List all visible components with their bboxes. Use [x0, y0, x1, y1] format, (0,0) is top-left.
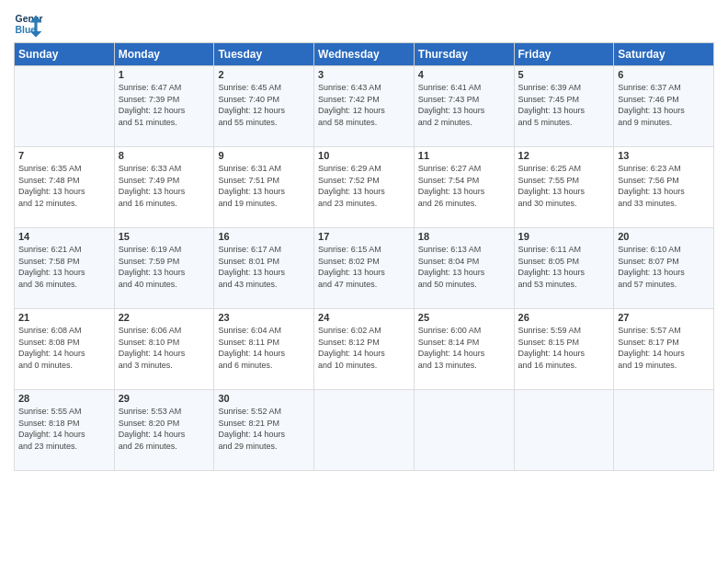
day-content: Sunrise: 6:21 AM Sunset: 7:58 PM Dayligh… — [18, 244, 110, 290]
day-number: 23 — [218, 312, 310, 323]
day-content: Sunrise: 6:25 AM Sunset: 7:55 PM Dayligh… — [518, 163, 610, 209]
day-number: 15 — [119, 231, 210, 242]
calendar-cell: 10Sunrise: 6:29 AM Sunset: 7:52 PM Dayli… — [314, 147, 415, 228]
day-content: Sunrise: 6:17 AM Sunset: 8:01 PM Dayligh… — [218, 244, 310, 290]
day-number: 22 — [119, 312, 210, 323]
day-content: Sunrise: 6:04 AM Sunset: 8:11 PM Dayligh… — [218, 325, 310, 371]
calendar-cell: 6Sunrise: 6:37 AM Sunset: 7:46 PM Daylig… — [614, 66, 714, 147]
day-number: 14 — [18, 231, 110, 242]
day-number: 1 — [119, 69, 210, 80]
day-content: Sunrise: 6:00 AM Sunset: 8:14 PM Dayligh… — [418, 325, 510, 371]
calendar-cell: 8Sunrise: 6:33 AM Sunset: 7:49 PM Daylig… — [114, 147, 214, 228]
calendar-cell: 1Sunrise: 6:47 AM Sunset: 7:39 PM Daylig… — [114, 66, 214, 147]
week-row-5: 28Sunrise: 5:55 AM Sunset: 8:18 PM Dayli… — [15, 390, 714, 471]
calendar-cell: 3Sunrise: 6:43 AM Sunset: 7:42 PM Daylig… — [314, 66, 415, 147]
day-number: 10 — [318, 150, 410, 161]
day-number: 16 — [218, 231, 310, 242]
day-number: 8 — [119, 150, 210, 161]
calendar-cell: 2Sunrise: 6:45 AM Sunset: 7:40 PM Daylig… — [214, 66, 314, 147]
day-number: 30 — [218, 393, 310, 404]
weekday-header-friday: Friday — [514, 43, 614, 66]
weekday-header-monday: Monday — [114, 43, 214, 66]
day-content: Sunrise: 5:55 AM Sunset: 8:18 PM Dayligh… — [18, 406, 110, 452]
day-content: Sunrise: 6:33 AM Sunset: 7:49 PM Dayligh… — [119, 163, 210, 209]
weekday-header-wednesday: Wednesday — [314, 43, 415, 66]
calendar-cell: 29Sunrise: 5:53 AM Sunset: 8:20 PM Dayli… — [114, 390, 214, 471]
calendar-table: SundayMondayTuesdayWednesdayThursdayFrid… — [14, 42, 714, 471]
day-number: 21 — [18, 312, 110, 323]
day-number: 4 — [418, 69, 510, 80]
calendar-cell: 27Sunrise: 5:57 AM Sunset: 8:17 PM Dayli… — [614, 309, 714, 390]
calendar-cell: 13Sunrise: 6:23 AM Sunset: 7:56 PM Dayli… — [614, 147, 714, 228]
weekday-header-sunday: Sunday — [15, 43, 115, 66]
day-number: 19 — [518, 231, 610, 242]
week-row-1: 1Sunrise: 6:47 AM Sunset: 7:39 PM Daylig… — [15, 66, 714, 147]
day-content: Sunrise: 6:13 AM Sunset: 8:04 PM Dayligh… — [418, 244, 510, 290]
day-content: Sunrise: 6:35 AM Sunset: 7:48 PM Dayligh… — [18, 163, 110, 209]
calendar-cell: 14Sunrise: 6:21 AM Sunset: 7:58 PM Dayli… — [15, 228, 115, 309]
calendar-cell: 16Sunrise: 6:17 AM Sunset: 8:01 PM Dayli… — [214, 228, 314, 309]
calendar-cell — [15, 66, 115, 147]
day-content: Sunrise: 6:37 AM Sunset: 7:46 PM Dayligh… — [618, 82, 710, 128]
day-content: Sunrise: 6:41 AM Sunset: 7:43 PM Dayligh… — [418, 82, 510, 128]
day-number: 25 — [418, 312, 510, 323]
page-container: General Blue SundayMondayTuesdayWednesda… — [0, 0, 728, 480]
calendar-cell: 30Sunrise: 5:52 AM Sunset: 8:21 PM Dayli… — [214, 390, 314, 471]
day-number: 28 — [18, 393, 110, 404]
day-content: Sunrise: 6:11 AM Sunset: 8:05 PM Dayligh… — [518, 244, 610, 290]
calendar-cell: 12Sunrise: 6:25 AM Sunset: 7:55 PM Dayli… — [514, 147, 614, 228]
day-content: Sunrise: 6:27 AM Sunset: 7:54 PM Dayligh… — [418, 163, 510, 209]
calendar-cell: 15Sunrise: 6:19 AM Sunset: 7:59 PM Dayli… — [114, 228, 214, 309]
header: General Blue — [14, 9, 714, 39]
day-number: 27 — [618, 312, 710, 323]
day-content: Sunrise: 5:53 AM Sunset: 8:20 PM Dayligh… — [119, 406, 210, 452]
week-row-3: 14Sunrise: 6:21 AM Sunset: 7:58 PM Dayli… — [15, 228, 714, 309]
week-row-4: 21Sunrise: 6:08 AM Sunset: 8:08 PM Dayli… — [15, 309, 714, 390]
calendar-cell: 28Sunrise: 5:55 AM Sunset: 8:18 PM Dayli… — [15, 390, 115, 471]
calendar-cell: 19Sunrise: 6:11 AM Sunset: 8:05 PM Dayli… — [514, 228, 614, 309]
weekday-header-thursday: Thursday — [414, 43, 514, 66]
day-content: Sunrise: 6:47 AM Sunset: 7:39 PM Dayligh… — [119, 82, 210, 128]
calendar-cell: 7Sunrise: 6:35 AM Sunset: 7:48 PM Daylig… — [15, 147, 115, 228]
day-number: 12 — [518, 150, 610, 161]
day-number: 20 — [618, 231, 710, 242]
day-content: Sunrise: 6:31 AM Sunset: 7:51 PM Dayligh… — [218, 163, 310, 209]
day-number: 13 — [618, 150, 710, 161]
weekday-header-row: SundayMondayTuesdayWednesdayThursdayFrid… — [15, 43, 714, 66]
calendar-cell — [314, 390, 415, 471]
calendar-cell: 22Sunrise: 6:06 AM Sunset: 8:10 PM Dayli… — [114, 309, 214, 390]
day-content: Sunrise: 6:39 AM Sunset: 7:45 PM Dayligh… — [518, 82, 610, 128]
day-content: Sunrise: 6:29 AM Sunset: 7:52 PM Dayligh… — [318, 163, 410, 209]
calendar-cell: 21Sunrise: 6:08 AM Sunset: 8:08 PM Dayli… — [15, 309, 115, 390]
calendar-cell — [414, 390, 514, 471]
day-content: Sunrise: 6:23 AM Sunset: 7:56 PM Dayligh… — [618, 163, 710, 209]
day-number: 6 — [618, 69, 710, 80]
calendar-cell: 9Sunrise: 6:31 AM Sunset: 7:51 PM Daylig… — [214, 147, 314, 228]
calendar-cell — [514, 390, 614, 471]
day-content: Sunrise: 6:06 AM Sunset: 8:10 PM Dayligh… — [119, 325, 210, 371]
calendar-cell: 18Sunrise: 6:13 AM Sunset: 8:04 PM Dayli… — [414, 228, 514, 309]
day-content: Sunrise: 6:43 AM Sunset: 7:42 PM Dayligh… — [318, 82, 410, 128]
calendar-cell: 24Sunrise: 6:02 AM Sunset: 8:12 PM Dayli… — [314, 309, 415, 390]
day-number: 7 — [18, 150, 110, 161]
day-number: 29 — [119, 393, 210, 404]
calendar-cell: 25Sunrise: 6:00 AM Sunset: 8:14 PM Dayli… — [414, 309, 514, 390]
week-row-2: 7Sunrise: 6:35 AM Sunset: 7:48 PM Daylig… — [15, 147, 714, 228]
day-content: Sunrise: 6:02 AM Sunset: 8:12 PM Dayligh… — [318, 325, 410, 371]
day-content: Sunrise: 5:52 AM Sunset: 8:21 PM Dayligh… — [218, 406, 310, 452]
calendar-cell: 4Sunrise: 6:41 AM Sunset: 7:43 PM Daylig… — [414, 66, 514, 147]
day-number: 3 — [318, 69, 410, 80]
calendar-cell: 17Sunrise: 6:15 AM Sunset: 8:02 PM Dayli… — [314, 228, 415, 309]
day-content: Sunrise: 6:08 AM Sunset: 8:08 PM Dayligh… — [18, 325, 110, 371]
day-number: 24 — [318, 312, 410, 323]
day-number: 18 — [418, 231, 510, 242]
day-content: Sunrise: 6:15 AM Sunset: 8:02 PM Dayligh… — [318, 244, 410, 290]
day-number: 9 — [218, 150, 310, 161]
calendar-cell: 5Sunrise: 6:39 AM Sunset: 7:45 PM Daylig… — [514, 66, 614, 147]
day-content: Sunrise: 5:57 AM Sunset: 8:17 PM Dayligh… — [618, 325, 710, 371]
calendar-cell — [614, 390, 714, 471]
calendar-cell: 23Sunrise: 6:04 AM Sunset: 8:11 PM Dayli… — [214, 309, 314, 390]
weekday-header-saturday: Saturday — [614, 43, 714, 66]
logo: General Blue — [14, 9, 43, 39]
day-number: 17 — [318, 231, 410, 242]
